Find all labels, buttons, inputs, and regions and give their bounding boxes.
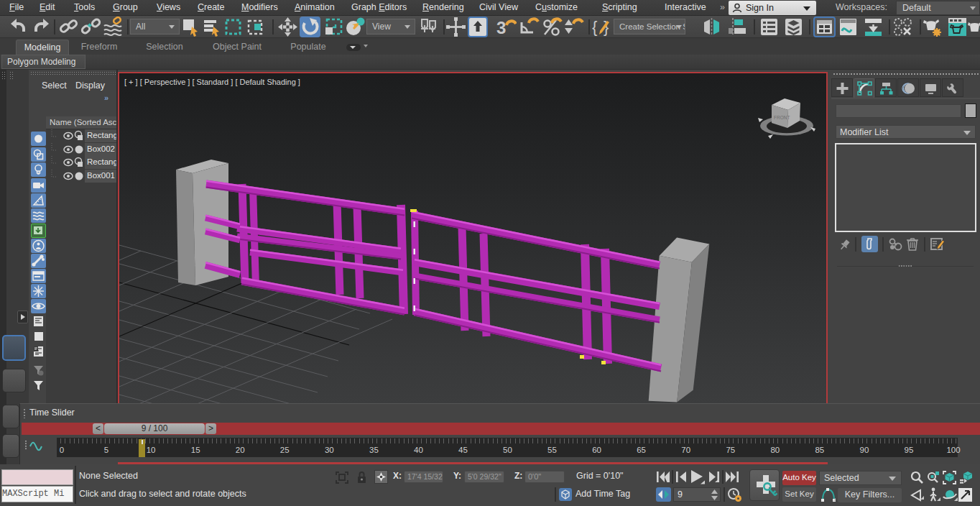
svg-text:3: 3 bbox=[496, 18, 506, 37]
svg-text:{: { bbox=[592, 18, 597, 36]
svg-text:[ + ] [ Perspective ] [ Standa: [ + ] [ Perspective ] [ Standard ] [ Def… bbox=[124, 78, 300, 86]
svg-text:FRONT: FRONT bbox=[774, 115, 790, 120]
